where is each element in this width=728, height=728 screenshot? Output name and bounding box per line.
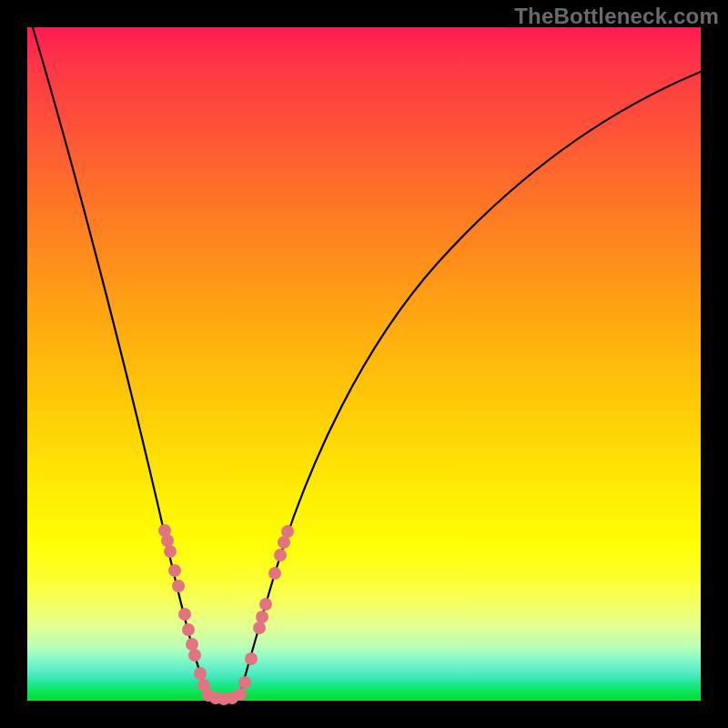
data-point [268, 567, 281, 580]
data-point [178, 608, 191, 621]
data-point [278, 536, 290, 549]
curve-right [239, 71, 703, 697]
data-point [281, 525, 294, 538]
data-point [245, 652, 258, 665]
highlighted-dots [158, 524, 294, 705]
data-point [234, 688, 247, 701]
data-point [188, 649, 201, 662]
chart-container: TheBottleneck.com [0, 0, 728, 728]
data-point [182, 623, 195, 636]
data-point [168, 564, 181, 577]
data-point [274, 549, 287, 561]
data-point [259, 598, 272, 611]
data-point [186, 638, 198, 651]
data-point [161, 534, 174, 547]
data-point [256, 611, 268, 623]
data-point [172, 580, 185, 592]
data-point [253, 622, 266, 634]
watermark-text: TheBottleneck.com [514, 4, 719, 29]
chart-svg [27, 27, 701, 701]
curve-left [27, 9, 209, 697]
data-point [164, 545, 177, 558]
data-point [194, 667, 207, 680]
data-point [238, 676, 251, 689]
